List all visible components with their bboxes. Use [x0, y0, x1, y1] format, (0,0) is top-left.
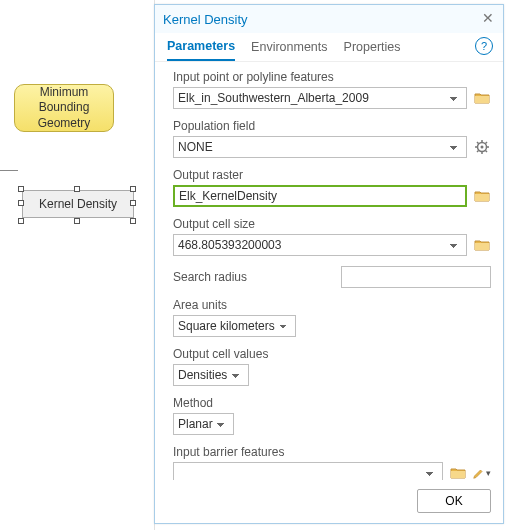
tab-properties[interactable]: Properties [344, 40, 401, 60]
connector-line [0, 170, 18, 172]
model-canvas: Minimum Bounding Geometry Kernel Density [0, 0, 155, 530]
svg-point-1 [481, 146, 484, 149]
tab-bar: Parameters Environments Properties ? [155, 33, 503, 62]
input-barrier-select[interactable] [173, 462, 443, 480]
dialog-title: Kernel Density [163, 12, 248, 27]
svg-line-9 [486, 142, 488, 144]
selection-handle[interactable] [130, 218, 136, 224]
output-cell-size-select[interactable]: 468.805393200003 [173, 234, 467, 256]
selection-handle[interactable] [18, 200, 24, 206]
svg-line-6 [477, 142, 479, 144]
input-features-label: Input point or polyline features [173, 70, 491, 84]
mbg-label: Minimum Bounding Geometry [38, 85, 91, 132]
dialog-header: Kernel Density ✕ [155, 5, 503, 33]
browse-folder-icon[interactable] [473, 187, 491, 205]
browse-folder-icon[interactable] [473, 89, 491, 107]
kd-label: Kernel Density [39, 197, 117, 211]
svg-line-8 [477, 151, 479, 153]
browse-folder-icon[interactable] [449, 464, 467, 480]
ok-button[interactable]: OK [417, 489, 491, 513]
chevron-down-icon: ▾ [486, 468, 491, 478]
output-cell-size-label: Output cell size [173, 217, 491, 231]
area-units-select[interactable]: Square kilometers [173, 315, 296, 337]
tab-environments[interactable]: Environments [251, 40, 327, 60]
tab-parameters[interactable]: Parameters [167, 39, 235, 61]
input-features-select[interactable]: Elk_in_Southwestern_Alberta_2009 [173, 87, 467, 109]
output-cell-values-select[interactable]: Densities [173, 364, 249, 386]
gear-icon[interactable] [473, 138, 491, 156]
parameters-form: Input point or polyline features Elk_in_… [155, 62, 503, 480]
help-icon[interactable]: ? [475, 37, 493, 55]
area-units-label: Area units [173, 298, 491, 312]
selection-handle[interactable] [18, 186, 24, 192]
close-icon[interactable]: ✕ [479, 9, 497, 27]
selection-handle[interactable] [74, 186, 80, 192]
output-raster-label: Output raster [173, 168, 491, 182]
search-radius-input[interactable] [341, 266, 491, 288]
selection-handle[interactable] [18, 218, 24, 224]
svg-line-7 [486, 151, 488, 153]
search-radius-label: Search radius [173, 270, 247, 284]
population-field-label: Population field [173, 119, 491, 133]
input-barrier-label: Input barrier features [173, 445, 491, 459]
selection-handle[interactable] [130, 200, 136, 206]
node-minimum-bounding-geometry[interactable]: Minimum Bounding Geometry [14, 84, 114, 132]
selection-handle[interactable] [74, 218, 80, 224]
population-field-select[interactable]: NONE [173, 136, 467, 158]
output-raster-input[interactable] [173, 185, 467, 207]
output-cell-values-label: Output cell values [173, 347, 491, 361]
browse-folder-icon[interactable] [473, 236, 491, 254]
sketch-pencil-icon[interactable]: ▾ [473, 464, 491, 480]
method-select[interactable]: Planar [173, 413, 234, 435]
node-kernel-density[interactable]: Kernel Density [22, 190, 134, 218]
method-label: Method [173, 396, 491, 410]
selection-handle[interactable] [130, 186, 136, 192]
dialog-footer: OK [155, 480, 503, 523]
kernel-density-dialog: Kernel Density ✕ Parameters Environments… [154, 4, 504, 524]
